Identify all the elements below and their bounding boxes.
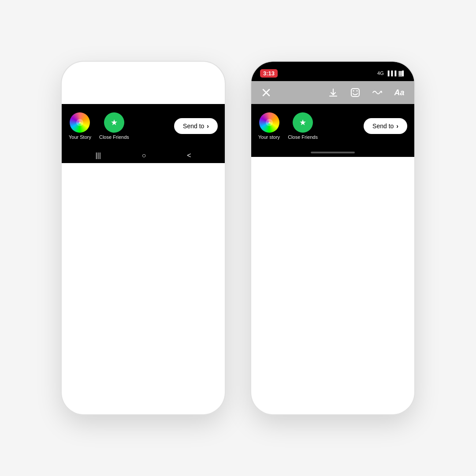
toolbar-right-1: Aa	[115, 86, 217, 100]
scribble-icon-2[interactable]	[370, 86, 384, 100]
signal-icon-1: ▐▐▐	[195, 71, 205, 76]
download-icon-2[interactable]	[326, 86, 340, 100]
phone-1: 9:53 ▣ ▐▐▐ ▴ ▓	[62, 62, 225, 414]
scene: 9:53 ▣ ▐▐▐ ▴ ▓	[0, 0, 476, 476]
svg-point-8	[167, 90, 168, 92]
close-friends-icon-1: ★	[104, 112, 124, 133]
status-bar-1: 9:53 ▣ ▐▐▐ ▴ ▓	[62, 62, 225, 81]
status-time-1: 9:53	[71, 70, 83, 77]
sticker-icon-2[interactable]	[348, 86, 362, 100]
phone-1-screen: 9:53 ▣ ▐▐▐ ▴ ▓	[62, 62, 225, 414]
nav-home-icon-1[interactable]: ○	[142, 152, 146, 160]
send-to-button-1[interactable]: Send to ›	[174, 118, 218, 134]
scribble-icon-1[interactable]	[181, 86, 195, 100]
status-time-2: 3:13	[260, 69, 278, 78]
status-bar-2: 3:13 4G ▐▐▐ ▓▌	[251, 62, 414, 81]
svg-text:+: +	[79, 120, 82, 125]
text-icon-2[interactable]: Aa	[392, 86, 406, 100]
sticker-icon-1[interactable]	[159, 86, 173, 100]
phone-2: 3:13 4G ▐▐▐ ▓▌	[251, 62, 414, 414]
star-icon-2: ★	[299, 118, 306, 127]
send-to-label-2: Send to	[372, 123, 394, 130]
story-bottom-bar-2: + Your story ★ Close Friends Send to ›	[251, 104, 414, 148]
nav-bar-1: ||| ○ <	[62, 148, 225, 163]
status-icons-1: ▣ ▐▐▐ ▴ ▓	[189, 71, 216, 76]
camera-icon-1: ▣	[189, 71, 193, 76]
status-icons-2: 4G ▐▐▐ ▓▌	[377, 71, 405, 76]
phone-2-screen: 3:13 4G ▐▐▐ ▓▌	[251, 62, 414, 414]
svg-point-29	[357, 90, 358, 92]
battery-icon-2: ▓▌	[398, 71, 405, 76]
toolbar-right-2: Aa	[326, 86, 406, 100]
your-story-label-2: Your story	[258, 134, 280, 140]
your-story-button-1[interactable]: + Your Story	[69, 112, 91, 140]
text-icon-1[interactable]: Aa	[203, 86, 217, 100]
svg-rect-27	[351, 89, 359, 97]
star-icon-1: ★	[111, 118, 118, 127]
nav-back-icon-1[interactable]: |||	[95, 152, 100, 160]
close-friends-button-1[interactable]: ★ Close Friends	[99, 112, 129, 140]
emoji-icon-1[interactable]	[115, 86, 129, 100]
your-story-icon-2: +	[259, 112, 279, 133]
your-story-icon-1: +	[70, 112, 90, 133]
svg-point-3	[119, 91, 121, 92]
send-to-label-1: Send to	[183, 123, 204, 130]
svg-point-28	[353, 90, 354, 92]
close-friends-label-1: Close Friends	[99, 134, 129, 140]
chevron-right-icon-1: ›	[207, 123, 209, 130]
chevron-right-icon-2: ›	[396, 123, 398, 130]
your-story-label-1: Your Story	[69, 134, 91, 140]
story-toolbar-1: Aa	[62, 81, 225, 104]
send-to-button-2[interactable]: Send to ›	[364, 118, 407, 134]
close-friends-button-2[interactable]: ★ Close Friends	[288, 112, 318, 140]
story-toolbar-2: Aa	[251, 81, 414, 104]
svg-point-2	[117, 88, 126, 97]
close-friends-icon-2: ★	[293, 112, 313, 133]
your-story-button-2[interactable]: + Your story	[258, 112, 280, 140]
story-bottom-bar-1: + Your Story ★ Close Friends Send to ›	[62, 104, 225, 148]
close-icon-1[interactable]	[70, 86, 84, 100]
svg-point-7	[164, 90, 165, 92]
wifi-icon-1: ▴	[208, 71, 210, 76]
close-icon-2[interactable]	[259, 86, 273, 100]
download-icon-1[interactable]	[137, 86, 151, 100]
swipe-indicator-2	[251, 148, 414, 157]
svg-rect-6	[162, 89, 170, 97]
signal-icon-2: ▐▐▐	[386, 71, 396, 76]
close-friends-label-2: Close Friends	[288, 134, 318, 140]
swipe-bar-2	[311, 152, 355, 153]
battery-icon-1: ▓	[212, 71, 216, 76]
nav-menu-icon-1[interactable]: <	[187, 152, 191, 160]
svg-text:+: +	[268, 120, 271, 125]
network-icon-2: 4G	[377, 71, 384, 76]
svg-point-4	[123, 91, 124, 92]
